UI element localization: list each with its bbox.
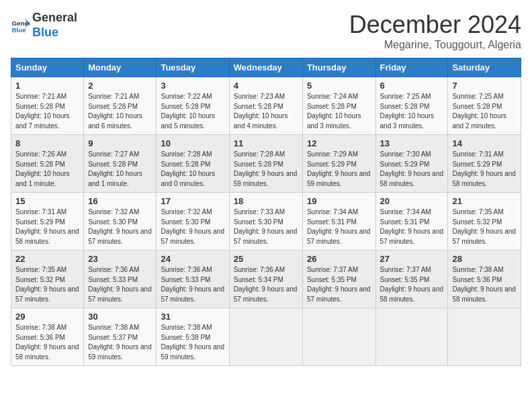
day-info: Sunrise: 7:34 AMSunset: 5:31 PMDaylight:… (380, 208, 444, 246)
day-cell: 3Sunrise: 7:22 AMSunset: 5:28 PMDaylight… (157, 77, 229, 135)
day-number: 15 (15, 196, 79, 206)
day-number: 30 (88, 312, 152, 322)
day-info: Sunrise: 7:31 AMSunset: 5:29 PMDaylight:… (15, 208, 79, 246)
day-cell: 19Sunrise: 7:34 AMSunset: 5:31 PMDayligh… (302, 193, 375, 250)
day-number: 10 (161, 138, 224, 148)
day-cell: 20Sunrise: 7:34 AMSunset: 5:31 PMDayligh… (375, 193, 448, 250)
day-cell: 1Sunrise: 7:21 AMSunset: 5:28 PMDaylight… (11, 77, 84, 135)
day-number: 31 (161, 312, 224, 322)
day-info: Sunrise: 7:38 AMSunset: 5:38 PMDaylight:… (161, 323, 224, 362)
day-cell: 4Sunrise: 7:23 AMSunset: 5:28 PMDaylight… (229, 77, 302, 135)
day-cell: 22Sunrise: 7:35 AMSunset: 5:32 PMDayligh… (11, 250, 84, 308)
day-info: Sunrise: 7:25 AMSunset: 5:28 PMDaylight:… (380, 92, 444, 131)
day-info: Sunrise: 7:27 AMSunset: 5:28 PMDaylight:… (88, 150, 152, 189)
day-number: 5 (307, 81, 371, 91)
calendar-week-row: 8Sunrise: 7:26 AMSunset: 5:28 PMDaylight… (11, 135, 521, 193)
day-number: 29 (15, 312, 79, 322)
day-info: Sunrise: 7:21 AMSunset: 5:28 PMDaylight:… (15, 92, 79, 131)
header-monday: Monday (84, 58, 157, 77)
logo: General Blue General Blue (11, 11, 77, 40)
day-number: 12 (307, 138, 371, 148)
day-cell: 8Sunrise: 7:26 AMSunset: 5:28 PMDaylight… (11, 135, 84, 193)
day-cell: 12Sunrise: 7:29 AMSunset: 5:29 PMDayligh… (302, 135, 375, 193)
day-cell: 10Sunrise: 7:28 AMSunset: 5:28 PMDayligh… (157, 135, 229, 193)
day-info: Sunrise: 7:28 AMSunset: 5:28 PMDaylight:… (234, 150, 298, 189)
day-cell: 13Sunrise: 7:30 AMSunset: 5:29 PMDayligh… (375, 135, 448, 193)
day-number: 8 (15, 138, 79, 148)
day-cell: 5Sunrise: 7:24 AMSunset: 5:28 PMDaylight… (302, 77, 375, 135)
logo-general: General (32, 11, 77, 26)
day-cell: 6Sunrise: 7:25 AMSunset: 5:28 PMDaylight… (375, 77, 448, 135)
day-number: 14 (452, 138, 517, 148)
empty-day-cell (229, 308, 302, 366)
day-info: Sunrise: 7:22 AMSunset: 5:28 PMDaylight:… (161, 92, 224, 131)
day-cell: 29Sunrise: 7:38 AMSunset: 5:36 PMDayligh… (11, 308, 84, 366)
header-thursday: Thursday (302, 58, 375, 77)
day-cell: 16Sunrise: 7:32 AMSunset: 5:30 PMDayligh… (84, 193, 157, 250)
day-info: Sunrise: 7:37 AMSunset: 5:35 PMDaylight:… (380, 265, 444, 304)
day-info: Sunrise: 7:32 AMSunset: 5:30 PMDaylight:… (88, 208, 152, 246)
empty-day-cell (375, 308, 448, 366)
logo-icon: General Blue (11, 16, 30, 35)
day-cell: 26Sunrise: 7:37 AMSunset: 5:35 PMDayligh… (302, 250, 375, 308)
day-number: 11 (234, 138, 298, 148)
day-number: 24 (161, 254, 224, 264)
day-number: 9 (88, 138, 152, 148)
day-info: Sunrise: 7:38 AMSunset: 5:36 PMDaylight:… (452, 265, 517, 304)
header-tuesday: Tuesday (157, 58, 229, 77)
day-number: 16 (88, 196, 152, 206)
day-number: 6 (380, 81, 444, 91)
day-info: Sunrise: 7:35 AMSunset: 5:32 PMDaylight:… (452, 208, 517, 246)
day-cell: 30Sunrise: 7:38 AMSunset: 5:37 PMDayligh… (84, 308, 157, 366)
day-number: 28 (452, 254, 517, 264)
day-info: Sunrise: 7:38 AMSunset: 5:36 PMDaylight:… (15, 323, 79, 362)
day-cell: 11Sunrise: 7:28 AMSunset: 5:28 PMDayligh… (229, 135, 302, 193)
day-info: Sunrise: 7:31 AMSunset: 5:29 PMDaylight:… (452, 150, 517, 189)
day-info: Sunrise: 7:36 AMSunset: 5:33 PMDaylight:… (161, 265, 224, 304)
day-number: 19 (307, 196, 371, 206)
day-info: Sunrise: 7:34 AMSunset: 5:31 PMDaylight:… (307, 208, 371, 246)
header-sunday: Sunday (11, 58, 84, 77)
calendar-week-row: 29Sunrise: 7:38 AMSunset: 5:36 PMDayligh… (11, 308, 521, 366)
day-cell: 17Sunrise: 7:32 AMSunset: 5:30 PMDayligh… (157, 193, 229, 250)
day-info: Sunrise: 7:26 AMSunset: 5:28 PMDaylight:… (15, 150, 79, 189)
day-cell: 24Sunrise: 7:36 AMSunset: 5:33 PMDayligh… (157, 250, 229, 308)
day-cell: 2Sunrise: 7:21 AMSunset: 5:28 PMDaylight… (84, 77, 157, 135)
day-info: Sunrise: 7:36 AMSunset: 5:33 PMDaylight:… (88, 265, 152, 304)
day-info: Sunrise: 7:37 AMSunset: 5:35 PMDaylight:… (307, 265, 371, 304)
empty-day-cell (448, 308, 521, 366)
day-number: 4 (234, 81, 298, 91)
day-number: 26 (307, 254, 371, 264)
title-block: December 2024 Megarine, Touggourt, Alger… (349, 11, 521, 51)
weekday-header-row: Sunday Monday Tuesday Wednesday Thursday… (11, 58, 521, 77)
day-cell: 18Sunrise: 7:33 AMSunset: 5:30 PMDayligh… (229, 193, 302, 250)
day-number: 18 (234, 196, 298, 206)
day-cell: 7Sunrise: 7:25 AMSunset: 5:28 PMDaylight… (448, 77, 521, 135)
day-number: 1 (15, 81, 79, 91)
day-number: 3 (161, 81, 224, 91)
day-cell: 31Sunrise: 7:38 AMSunset: 5:38 PMDayligh… (157, 308, 229, 366)
header-wednesday: Wednesday (229, 58, 302, 77)
empty-day-cell (302, 308, 375, 366)
day-number: 20 (380, 196, 444, 206)
day-info: Sunrise: 7:38 AMSunset: 5:37 PMDaylight:… (88, 323, 152, 362)
day-number: 23 (88, 254, 152, 264)
header-friday: Friday (375, 58, 448, 77)
svg-text:Blue: Blue (11, 26, 26, 33)
day-info: Sunrise: 7:29 AMSunset: 5:29 PMDaylight:… (307, 150, 371, 189)
page-header: General Blue General Blue December 2024 … (11, 11, 521, 51)
day-info: Sunrise: 7:28 AMSunset: 5:28 PMDaylight:… (161, 150, 224, 189)
day-cell: 27Sunrise: 7:37 AMSunset: 5:35 PMDayligh… (375, 250, 448, 308)
day-cell: 28Sunrise: 7:38 AMSunset: 5:36 PMDayligh… (448, 250, 521, 308)
day-info: Sunrise: 7:32 AMSunset: 5:30 PMDaylight:… (161, 208, 224, 246)
day-number: 17 (161, 196, 224, 206)
day-info: Sunrise: 7:35 AMSunset: 5:32 PMDaylight:… (15, 265, 79, 304)
logo-blue: Blue (32, 26, 77, 40)
day-info: Sunrise: 7:33 AMSunset: 5:30 PMDaylight:… (234, 208, 298, 246)
day-cell: 21Sunrise: 7:35 AMSunset: 5:32 PMDayligh… (448, 193, 521, 250)
calendar-week-row: 1Sunrise: 7:21 AMSunset: 5:28 PMDaylight… (11, 77, 521, 135)
day-number: 25 (234, 254, 298, 264)
location: Megarine, Touggourt, Algeria (349, 39, 521, 51)
day-cell: 23Sunrise: 7:36 AMSunset: 5:33 PMDayligh… (84, 250, 157, 308)
day-info: Sunrise: 7:30 AMSunset: 5:29 PMDaylight:… (380, 150, 444, 189)
